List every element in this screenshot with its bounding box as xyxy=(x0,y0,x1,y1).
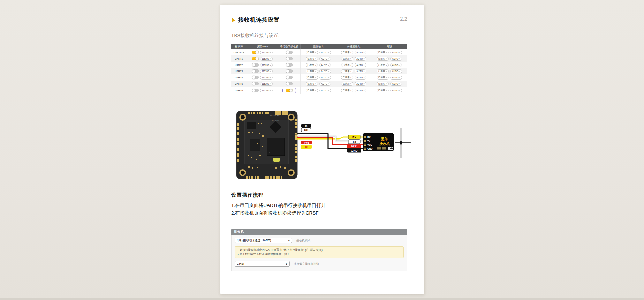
peripherals-mode-select[interactable]: 已禁用∨ xyxy=(377,57,389,61)
receiver-panel-title: 接收机 xyxy=(231,229,407,235)
msp-baud-select[interactable]: 115200∨ xyxy=(260,82,273,86)
table-cell: 已禁用∨AUTO∨ xyxy=(371,68,407,74)
serial-rx-toggle[interactable] xyxy=(286,51,293,54)
sensor-baud-select[interactable]: AUTO∨ xyxy=(355,57,366,61)
msp-baud-select[interactable]: 115200∨ xyxy=(260,69,273,73)
chevron-down-icon: ∨ xyxy=(315,90,316,91)
peripherals-mode-select[interactable]: 已禁用∨ xyxy=(377,82,389,86)
silkscreen-text: R3 T1 VTX CAM CC xyxy=(270,115,281,117)
telemetry-baud-select[interactable]: AUTO∨ xyxy=(319,69,331,73)
uart6-pads xyxy=(295,133,298,140)
wiring-diagram: R3 T1 VTX CAM CC G 5V 9V 5V G R4 G R6 4V… xyxy=(230,105,415,181)
table-cell xyxy=(278,87,301,94)
sensor-mode-select[interactable]: 已禁用∨ xyxy=(341,82,353,86)
telemetry-baud-select[interactable]: AUTO∨ xyxy=(319,76,331,80)
peripherals-baud-select[interactable]: AUTO∨ xyxy=(390,69,402,73)
msp-toggle[interactable] xyxy=(252,51,259,54)
chevron-down-icon: ∨ xyxy=(363,64,365,66)
peripherals-mode-select[interactable]: 已禁用∨ xyxy=(377,89,389,92)
serial-rx-toggle[interactable] xyxy=(286,82,293,85)
toggle-knob xyxy=(252,82,256,85)
chevron-down-icon: ∨ xyxy=(386,52,387,53)
peripherals-baud-select[interactable]: AUTO∨ xyxy=(390,76,402,80)
msp-toggle[interactable] xyxy=(252,76,259,79)
yellow-component xyxy=(273,158,280,162)
serial-rx-toggle[interactable] xyxy=(286,69,293,73)
telemetry-mode-select[interactable]: 已禁用∨ xyxy=(306,76,318,80)
table-row: UART6115200∨已禁用∨AUTO∨已禁用∨AUTO∨已禁用∨AUTO∨ xyxy=(231,87,407,94)
msp-toggle[interactable] xyxy=(252,57,259,60)
telemetry-mode-select[interactable]: 已禁用∨ xyxy=(306,57,318,61)
pill-value: 已禁用 xyxy=(378,70,385,73)
pill-value: AUTO xyxy=(392,83,398,85)
peripherals-baud-select[interactable]: AUTO∨ xyxy=(390,63,402,67)
msp-baud-select[interactable]: 115200∨ xyxy=(260,89,273,92)
sensor-baud-select[interactable]: AUTO∨ xyxy=(355,69,366,73)
peripherals-mode-select[interactable]: 已禁用∨ xyxy=(377,51,389,54)
pill-value: AUTO xyxy=(321,83,327,85)
msp-toggle[interactable] xyxy=(252,82,259,85)
sensor-baud-select[interactable]: AUTO∨ xyxy=(355,89,366,92)
sensor-baud-select[interactable]: AUTO∨ xyxy=(355,82,366,86)
telemetry-baud-select[interactable]: AUTO∨ xyxy=(319,63,331,67)
peripherals-mode-select[interactable]: 已禁用∨ xyxy=(377,69,389,73)
peripherals-baud-select[interactable]: AUTO∨ xyxy=(390,51,402,54)
msp-toggle[interactable] xyxy=(252,69,259,73)
table-cell xyxy=(278,49,301,55)
pill-value: 已禁用 xyxy=(378,89,385,92)
chevron-down-icon: ∨ xyxy=(270,70,271,72)
serial-rx-toggle[interactable] xyxy=(286,89,293,92)
msp-toggle[interactable] xyxy=(252,63,259,67)
pill-value: 115200 xyxy=(262,51,269,54)
pill-value: 已禁用 xyxy=(343,51,350,54)
peripherals-baud-select[interactable]: AUTO∨ xyxy=(390,82,402,86)
peripherals-mode-select[interactable]: 已禁用∨ xyxy=(377,76,389,80)
telemetry-mode-select[interactable]: 已禁用∨ xyxy=(306,89,318,92)
serial-rx-toggle[interactable] xyxy=(286,76,293,79)
pill-value: AUTO xyxy=(356,70,363,73)
table-cell: 已禁用∨AUTO∨ xyxy=(301,62,336,68)
serial-rx-toggle[interactable] xyxy=(286,63,293,67)
telemetry-baud-select[interactable]: AUTO∨ xyxy=(319,82,331,86)
msp-baud-select[interactable]: 115200∨ xyxy=(260,63,273,67)
table-cell: 已禁用∨AUTO∨ xyxy=(336,68,371,74)
sensor-baud-select[interactable]: AUTO∨ xyxy=(355,51,366,54)
serial-protocol-select[interactable]: CRSF ∨ xyxy=(235,261,290,267)
peripherals-baud-select[interactable]: AUTO∨ xyxy=(390,57,402,61)
silkscreen-text: G 5V 9V 5V G xyxy=(272,120,279,121)
peripherals-baud-select[interactable]: AUTO∨ xyxy=(390,89,402,92)
sensor-mode-select[interactable]: 已禁用∨ xyxy=(341,69,353,73)
receiver-name-line2: 接收机 xyxy=(379,142,390,146)
msp-baud-select[interactable]: 115200∨ xyxy=(260,76,273,80)
table-cell: UART2 xyxy=(231,62,247,68)
silkscreen-text: R4 xyxy=(290,113,291,114)
telemetry-mode-select[interactable]: 已禁用∨ xyxy=(306,82,318,86)
sensor-mode-select[interactable]: 已禁用∨ xyxy=(341,63,353,67)
sensor-mode-select[interactable]: 已禁用∨ xyxy=(341,57,353,61)
msp-baud-select[interactable]: 115200∨ xyxy=(260,57,273,61)
telemetry-mode-select[interactable]: 已禁用∨ xyxy=(306,69,318,73)
telemetry-baud-select[interactable]: AUTO∨ xyxy=(319,57,331,61)
sensor-baud-select[interactable]: AUTO∨ xyxy=(355,63,366,67)
telemetry-mode-select[interactable]: 已禁用∨ xyxy=(306,51,318,54)
table-cell: 115200∨ xyxy=(247,68,278,74)
rx-wire-label: RX xyxy=(352,136,356,139)
telemetry-baud-select[interactable]: AUTO∨ xyxy=(319,51,331,54)
peripherals-mode-select[interactable]: 已禁用∨ xyxy=(377,63,389,67)
chevron-down-icon: ∨ xyxy=(363,77,365,78)
sensor-mode-select[interactable]: 已禁用∨ xyxy=(341,51,353,54)
table-row: UART4115200∨已禁用∨AUTO∨已禁用∨AUTO∨已禁用∨AUTO∨ xyxy=(231,74,407,81)
chevron-down-icon: ∨ xyxy=(270,90,271,91)
receiver-mode-select[interactable]: 串行接收机 (通过 UART) ∨ xyxy=(235,238,292,243)
sensor-mode-select[interactable]: 已禁用∨ xyxy=(341,76,353,80)
telemetry-mode-select[interactable]: 已禁用∨ xyxy=(306,63,318,67)
msp-baud-select[interactable]: 115200∨ xyxy=(260,51,273,54)
telemetry-baud-select[interactable]: AUTO∨ xyxy=(319,89,331,92)
sensor-baud-select[interactable]: AUTO∨ xyxy=(355,76,366,80)
msp-toggle[interactable] xyxy=(252,89,259,92)
receiver-mode-value: 串行接收机 (通过 UART) xyxy=(237,238,271,243)
pill-value: 已禁用 xyxy=(343,76,350,79)
col-telemetry-output: 遥测输出 xyxy=(301,44,336,49)
serial-rx-toggle[interactable] xyxy=(286,57,293,60)
sensor-mode-select[interactable]: 已禁用∨ xyxy=(341,89,353,92)
